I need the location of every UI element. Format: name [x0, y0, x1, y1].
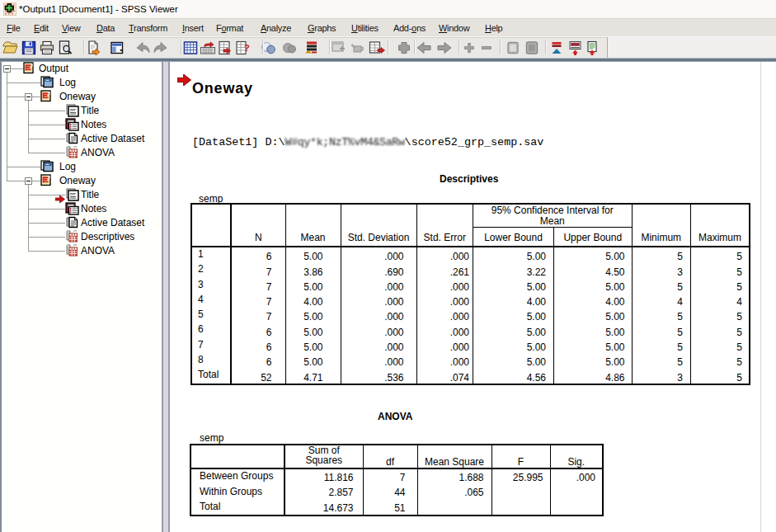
svg-text:?: ? — [244, 43, 250, 53]
